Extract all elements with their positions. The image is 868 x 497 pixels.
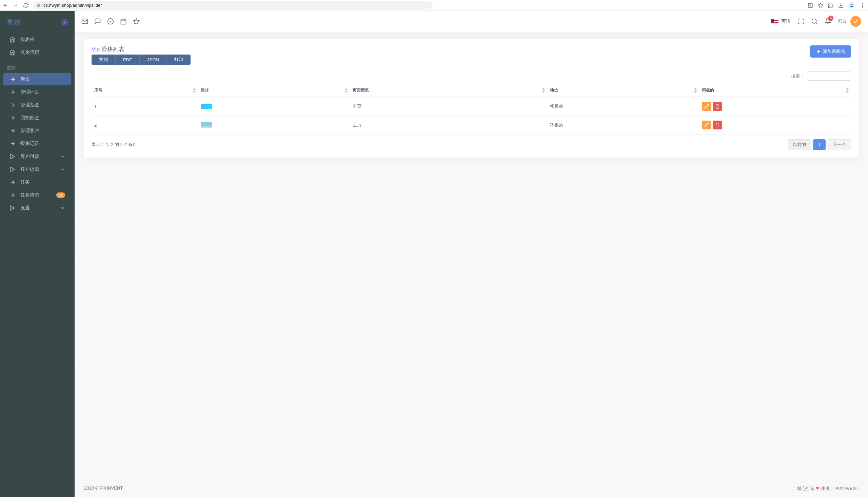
address-bar[interactable]: cs.hwym.shop/admin/vipslider: [32, 1, 433, 10]
back-icon[interactable]: [3, 3, 8, 8]
svg-rect-7: [121, 19, 126, 24]
sidebar-collapse-icon[interactable]: [62, 19, 68, 25]
json-button[interactable]: JSON: [140, 55, 167, 65]
delete-button[interactable]: [713, 120, 722, 129]
cell-preview: 主页: [350, 97, 547, 116]
edit-button[interactable]: [702, 102, 711, 111]
sidebar-item-manage-fund[interactable]: 管理基金: [3, 99, 71, 111]
user-menu[interactable]: 行政: [838, 16, 861, 27]
language-label: 英语: [781, 18, 791, 24]
sidebar-item-manage-plan[interactable]: 管理计划: [3, 86, 71, 98]
arrow-right-icon: [10, 76, 16, 82]
check-icon: [853, 18, 859, 24]
sidebar-item-label: 客户付款: [20, 154, 39, 159]
table-row: 2 主页 积极的: [92, 116, 851, 134]
sidebar-item-label: 客户提款: [20, 166, 39, 172]
search-icon[interactable]: [811, 18, 818, 25]
cell-index: 1: [92, 97, 198, 116]
chevron-down-icon: [60, 167, 65, 172]
check-circle-icon[interactable]: [107, 18, 114, 25]
sidebar-item-label: 任务: [20, 179, 30, 185]
export-button-group: 复制 PDF JSON 打印: [92, 55, 191, 65]
notifications-badge: 5: [828, 16, 833, 21]
cell-preview: 主页: [350, 116, 547, 134]
sidebar-item-bonus-code[interactable]: 奖金代码: [3, 46, 71, 59]
forward-icon[interactable]: [13, 3, 18, 8]
cell-actions: [699, 116, 851, 134]
sidebar-item-manage-customer[interactable]: 管理客户: [3, 125, 71, 137]
footer: 2020 © PIXINVENT 精心打造 ❤ 作者： PIXINVENT: [74, 480, 868, 497]
sidebar-item-slider[interactable]: 滑块: [3, 73, 71, 85]
pagination-next[interactable]: 下一个: [828, 139, 851, 150]
pagination-prev[interactable]: 以前的: [788, 139, 811, 150]
reload-icon[interactable]: [23, 3, 28, 8]
menu-icon[interactable]: [860, 3, 865, 8]
sidebar-item-invest-record[interactable]: 投资记录: [3, 138, 71, 150]
delete-button[interactable]: [713, 102, 722, 111]
edit-button[interactable]: [702, 120, 711, 129]
home-icon: [10, 37, 16, 43]
sidebar-item-label: 管理计划: [20, 89, 39, 95]
translate-icon[interactable]: [808, 3, 813, 8]
print-button[interactable]: 打印: [167, 55, 191, 65]
calendar-icon[interactable]: [120, 18, 127, 25]
column-header-active[interactable]: 积极的: [699, 84, 851, 97]
add-new-button[interactable]: 添加新商品: [810, 45, 851, 58]
sidebar-item-customer-payment[interactable]: 客户付款: [3, 151, 71, 162]
sidebar-item-settings[interactable]: 设置: [3, 202, 71, 214]
extensions-icon[interactable]: [828, 3, 833, 8]
cell-photo: [198, 116, 350, 134]
chevron-down-icon: [60, 154, 65, 159]
sidebar-item-label: 管理基金: [20, 102, 39, 108]
sidebar: 灵感 仪表板 奖金代码 应用 滑块 管理计划 管理基金: [0, 11, 74, 497]
cell-status: 积极的: [547, 97, 699, 116]
sidebar-item-dashboard[interactable]: 仪表板: [3, 33, 71, 46]
column-header-preview[interactable]: 页面预览: [350, 84, 547, 97]
home-icon: [10, 49, 16, 56]
svg-point-4: [862, 6, 863, 7]
profile-icon[interactable]: [848, 2, 855, 9]
user-label: 行政: [838, 18, 847, 24]
sidebar-item-label: 回扣佣金: [20, 115, 39, 121]
url-text: cs.hwym.shop/admin/vipslider: [43, 3, 102, 8]
star-icon[interactable]: [818, 3, 823, 8]
task-request-badge: 0: [56, 193, 65, 198]
svg-point-1: [851, 4, 853, 5]
pdf-button[interactable]: PDF: [115, 55, 140, 65]
topbar: 英语 5 行政: [74, 11, 868, 32]
sidebar-item-label: 管理客户: [20, 128, 39, 134]
sidebar-item-customer-withdraw[interactable]: 客户提款: [3, 163, 71, 175]
browser-chrome: cs.hwym.shop/admin/vipslider: [0, 0, 868, 11]
arrow-right-icon: [10, 179, 16, 185]
footer-copyright: 2020 © PIXINVENT: [84, 485, 123, 492]
chevron-down-icon: [60, 205, 65, 210]
play-icon: [10, 154, 16, 159]
column-header-status[interactable]: 地位: [547, 84, 699, 97]
sidebar-item-task[interactable]: 任务: [3, 176, 71, 188]
edit-icon: [704, 123, 709, 127]
sidebar-item-label: 仪表板: [20, 37, 35, 43]
arrow-right-icon: [10, 102, 16, 108]
cell-index: 2: [92, 116, 198, 134]
sidebar-item-task-request[interactable]: 任务请求 0: [3, 189, 71, 201]
copy-button[interactable]: 复制: [92, 55, 115, 65]
notifications-button[interactable]: 5: [825, 18, 831, 25]
pagination-page-1[interactable]: 1: [813, 139, 826, 150]
download-icon[interactable]: [838, 3, 844, 8]
table-info: 显示 1 至 2 的 2 个条目: [92, 142, 137, 148]
svg-point-3: [862, 5, 863, 6]
search-input[interactable]: [807, 71, 851, 81]
sidebar-item-rebate[interactable]: 回扣佣金: [3, 112, 71, 124]
language-selector[interactable]: 英语: [771, 18, 791, 24]
chat-icon[interactable]: [94, 18, 101, 25]
search-label: 搜索：: [791, 73, 804, 79]
maximize-icon[interactable]: [798, 18, 804, 25]
column-header-photo[interactable]: 照片: [198, 84, 350, 97]
mail-icon[interactable]: [81, 18, 88, 25]
column-header-index[interactable]: 序号: [92, 84, 198, 97]
thumbnail-image: [201, 104, 212, 109]
star-icon[interactable]: [133, 18, 140, 25]
footer-credit: 精心打造 ❤ 作者： PIXINVENT: [797, 485, 859, 492]
page-title: Vip 滑块列表: [92, 45, 191, 53]
plus-icon: [816, 49, 821, 54]
